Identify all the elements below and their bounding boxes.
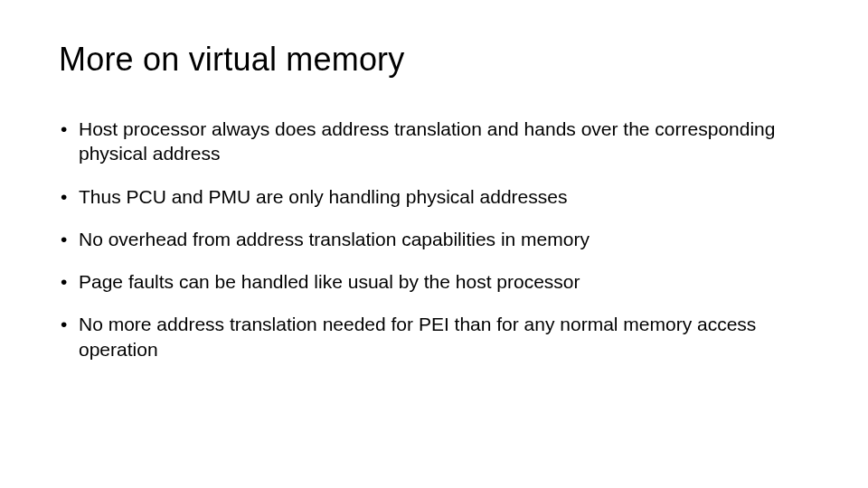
list-item: Page faults can be handled like usual by… — [59, 269, 809, 294]
list-item: Thus PCU and PMU are only handling physi… — [59, 184, 809, 209]
list-item: No more address translation needed for P… — [59, 312, 809, 361]
bullet-list: Host processor always does address trans… — [59, 117, 809, 361]
slide-title: More on virtual memory — [59, 41, 809, 79]
list-item: No overhead from address translation cap… — [59, 227, 809, 251]
list-item: Host processor always does address trans… — [59, 117, 809, 166]
